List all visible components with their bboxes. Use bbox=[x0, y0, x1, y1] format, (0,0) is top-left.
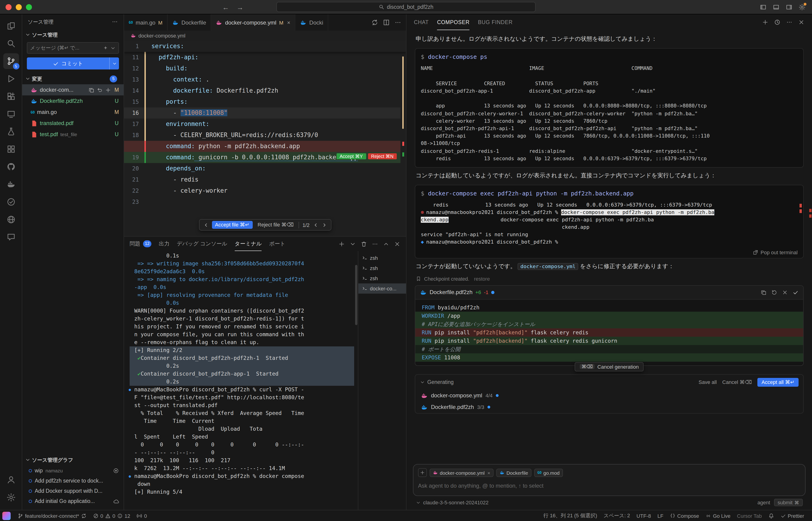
scrollbar-thumb[interactable] bbox=[355, 265, 357, 325]
context-chip-docker-compose.yml[interactable]: docker-compose.yml× bbox=[430, 469, 493, 477]
scm-file-row[interactable]: docker-com...M bbox=[22, 84, 123, 95]
previous-diff-icon[interactable] bbox=[313, 222, 318, 228]
scm-graph-section-header[interactable]: ソース管理グラフ bbox=[22, 454, 123, 466]
close-tab-icon[interactable]: × bbox=[287, 19, 290, 26]
scm-file-row[interactable]: translated.pdfU bbox=[22, 118, 123, 129]
diff-card-header[interactable]: Dockerfile.pdf2zh +6 -1 bbox=[415, 286, 803, 300]
activity-item-todo-check[interactable] bbox=[3, 194, 19, 210]
overview-ruler[interactable] bbox=[400, 41, 406, 236]
cloud-icon[interactable] bbox=[113, 498, 119, 504]
ai-tab-CHAT[interactable]: CHAT bbox=[414, 14, 429, 30]
eol[interactable]: LF bbox=[654, 511, 667, 521]
sync-icon[interactable] bbox=[371, 19, 378, 26]
close-icon[interactable] bbox=[798, 19, 805, 25]
more-actions-icon[interactable] bbox=[394, 19, 401, 26]
cancel-button[interactable]: Cancel ⌘⌫ bbox=[722, 379, 752, 385]
go-live[interactable]: Go Live bbox=[702, 511, 734, 521]
cursor-position[interactable]: 行 16、列 21 (5 個選択) bbox=[540, 511, 600, 521]
terminal-dropdown-icon[interactable] bbox=[349, 241, 356, 247]
toggle-sidebar-icon[interactable] bbox=[760, 3, 767, 10]
activity-item-run-debug[interactable] bbox=[3, 71, 19, 87]
stage-icon[interactable] bbox=[105, 87, 111, 93]
maximize-panel-icon[interactable] bbox=[383, 241, 389, 247]
scm-graph-row[interactable]: Add initial Go applicatio... bbox=[22, 496, 123, 506]
panel-tab-ポート[interactable]: ポート bbox=[269, 237, 285, 251]
activity-item-docker[interactable] bbox=[3, 177, 19, 192]
cursor-tab-toggle[interactable]: Cursor Tab bbox=[734, 511, 765, 521]
open-file-icon[interactable] bbox=[88, 87, 94, 93]
back-icon[interactable]: ← bbox=[222, 3, 229, 11]
git-branch-segment[interactable]: feature/docker-connect* bbox=[14, 511, 90, 521]
close-window-button[interactable] bbox=[5, 4, 11, 10]
terminal-session-zsh[interactable]: zsh bbox=[358, 263, 406, 273]
split-editor-icon[interactable] bbox=[383, 19, 390, 26]
activity-item-remote-explorer[interactable] bbox=[3, 106, 19, 122]
encoding[interactable]: UTF-8 bbox=[633, 511, 654, 521]
indentation[interactable]: スペース: 2 bbox=[600, 511, 633, 521]
minimize-window-button[interactable] bbox=[16, 4, 22, 10]
inline-file-chip[interactable]: docker-compose.yml bbox=[517, 263, 578, 270]
scm-repo-section[interactable]: ソース管理 bbox=[22, 29, 123, 40]
reapply-icon[interactable] bbox=[771, 290, 777, 295]
generating-file-row[interactable]: docker-compose.yml4/4 bbox=[415, 390, 803, 402]
agent-mode-label[interactable]: agent bbox=[757, 500, 770, 505]
accept-file-button[interactable]: Accept file ⌘↵ bbox=[212, 221, 253, 229]
commit-dropdown-button[interactable] bbox=[109, 58, 119, 69]
commit-button[interactable]: コミット bbox=[27, 58, 109, 69]
activity-item-settings[interactable] bbox=[3, 490, 19, 505]
more-actions-icon[interactable] bbox=[112, 19, 118, 25]
remote-indicator[interactable] bbox=[2, 512, 10, 520]
sync-icon[interactable] bbox=[81, 513, 87, 518]
scm-file-row[interactable]: Dockerfile.pdf2zhU bbox=[22, 95, 123, 107]
scm-graph-row[interactable]: Add Docker support with D... bbox=[22, 486, 123, 496]
remove-chip-icon[interactable]: × bbox=[487, 470, 490, 475]
activity-item-live-preview[interactable] bbox=[3, 212, 19, 227]
settings-gear-icon[interactable] bbox=[798, 3, 806, 10]
discard-changes-icon[interactable] bbox=[97, 87, 103, 93]
problems-segment[interactable]: 0 0 12 bbox=[90, 511, 134, 521]
model-selector[interactable]: claude-3-5-sonnet-20241022 bbox=[423, 500, 489, 505]
titlebar-search[interactable]: discord_bot_pdf2zh bbox=[276, 2, 536, 12]
more-actions-icon[interactable] bbox=[372, 241, 378, 247]
panel-tab-出力[interactable]: 出力 bbox=[159, 237, 169, 251]
scm-file-row[interactable]: test.pdftest_fileU bbox=[22, 129, 123, 140]
chevron-left-icon[interactable] bbox=[203, 222, 209, 228]
close-icon[interactable] bbox=[782, 290, 788, 295]
breadcrumb[interactable]: docker-compose.yml bbox=[124, 30, 406, 41]
activity-item-github[interactable] bbox=[3, 159, 19, 175]
terminal-output[interactable]: 0.1s => => writing image sha256:3f058d66… bbox=[124, 251, 354, 510]
panel-tab-問題[interactable]: 問題12 bbox=[130, 237, 152, 251]
copy-icon[interactable] bbox=[761, 290, 767, 295]
activity-item-account[interactable] bbox=[3, 472, 19, 488]
activity-item-search[interactable] bbox=[3, 36, 19, 51]
cancel-generation-pill[interactable]: ⌘⌫ Cancel generation bbox=[575, 362, 644, 371]
code-editor[interactable]: 1services:11 pdf2zh-api:12 build:13 cont… bbox=[124, 41, 406, 236]
ai-tab-COMPOSER[interactable]: COMPOSER bbox=[437, 14, 470, 30]
activity-item-containers[interactable] bbox=[3, 141, 19, 157]
scm-file-row[interactable]: GOmain.goM bbox=[22, 107, 123, 118]
language-mode[interactable]: Compose bbox=[667, 511, 702, 521]
more-actions-icon[interactable] bbox=[786, 19, 793, 25]
new-terminal-icon[interactable] bbox=[339, 241, 345, 247]
submit-button[interactable]: submit ⌘ bbox=[774, 499, 803, 506]
tab-docker-compose.yml[interactable]: docker-compose.ymlM× bbox=[211, 14, 296, 30]
tab-Docki[interactable]: Docki bbox=[295, 14, 328, 30]
activity-item-extensions[interactable] bbox=[3, 88, 19, 104]
terminal-session-docker-co...[interactable]: docker-co... bbox=[358, 284, 406, 294]
chevron-down-icon[interactable] bbox=[416, 500, 421, 505]
reject-file-button[interactable]: Reject file ⌘⌫ bbox=[256, 221, 296, 229]
kill-terminal-icon[interactable] bbox=[361, 241, 367, 247]
panel-tab-デバッグ コンソール[interactable]: デバッグ コンソール bbox=[177, 237, 227, 251]
generate-message-sparkle-icon[interactable] bbox=[103, 45, 108, 51]
toggle-panel-icon[interactable] bbox=[773, 3, 780, 10]
activity-item-testing[interactable] bbox=[3, 123, 19, 139]
terminal-scrollbar[interactable] bbox=[354, 251, 358, 510]
chevron-down-icon[interactable] bbox=[420, 380, 425, 385]
restore-link[interactable]: restore bbox=[474, 276, 490, 281]
chevron-down-icon[interactable] bbox=[110, 45, 116, 51]
target-icon[interactable] bbox=[113, 468, 119, 474]
maximize-window-button[interactable] bbox=[26, 4, 32, 10]
tab-Dockerfile[interactable]: Dockerfile bbox=[168, 14, 211, 30]
terminal-session-zsh[interactable]: zsh bbox=[358, 273, 406, 284]
close-panel-icon[interactable] bbox=[394, 241, 400, 247]
